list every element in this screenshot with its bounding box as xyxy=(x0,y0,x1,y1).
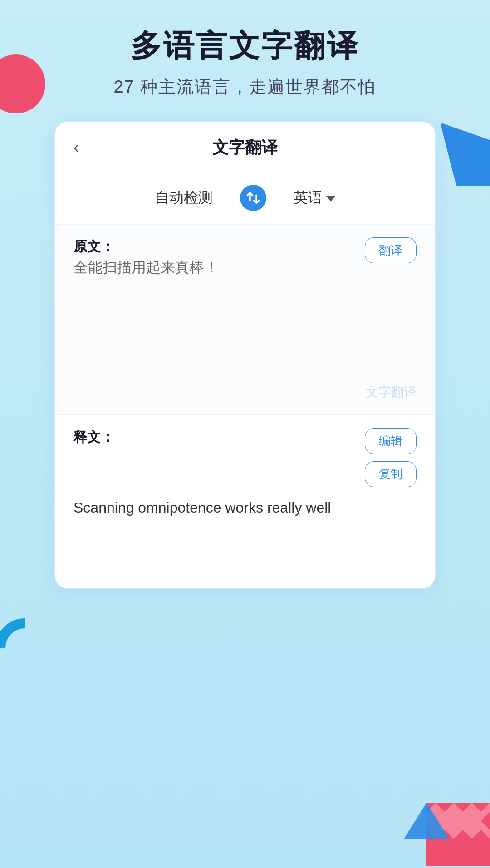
target-language-selector[interactable]: 英语 xyxy=(294,188,335,208)
translation-section: 释文： 编辑 复制 Scanning omnipotence works rea… xyxy=(55,415,435,588)
copy-button[interactable]: 复制 xyxy=(365,461,416,487)
source-language-label[interactable]: 自动检测 xyxy=(155,188,213,208)
edit-button[interactable]: 编辑 xyxy=(365,428,416,454)
deco-bottom-right xyxy=(390,766,490,868)
background: 多语言文字翻译 27 种主流语言，走遍世界都不怕 ‹ 文字翻译 自动检测 英语 … xyxy=(0,0,490,868)
source-section-label: 原文： xyxy=(74,239,114,254)
translation-text: Scanning omnipotence works really well xyxy=(74,496,337,519)
page-title: 多语言文字翻译 xyxy=(0,0,490,64)
language-row: 自动检测 英语 xyxy=(55,172,435,225)
page-subtitle: 27 种主流语言，走遍世界都不怕 xyxy=(0,75,490,99)
back-button[interactable]: ‹ xyxy=(74,138,79,157)
watermark-text: 文字翻译 xyxy=(366,384,416,401)
translate-button[interactable]: 翻译 xyxy=(365,237,416,263)
main-card: ‹ 文字翻译 自动检测 英语 原文： 翻译 全能扫描用起来真棒！ 文字翻译 xyxy=(54,121,436,589)
deco-blue-shape xyxy=(440,123,490,186)
swap-languages-button[interactable] xyxy=(240,185,266,211)
target-language-label: 英语 xyxy=(294,188,323,208)
translation-section-label: 释文： xyxy=(74,428,114,447)
translation-header-row: 释文： 编辑 复制 xyxy=(74,428,416,487)
card-header: ‹ 文字翻译 xyxy=(55,122,435,172)
swap-icon xyxy=(245,190,261,206)
card-title: 文字翻译 xyxy=(212,137,278,159)
translation-actions: 编辑 复制 xyxy=(365,428,416,487)
source-section: 原文： 翻译 全能扫描用起来真棒！ 文字翻译 xyxy=(55,225,435,415)
dropdown-arrow-icon xyxy=(326,196,335,202)
deco-blue-arc xyxy=(0,618,54,677)
source-text[interactable]: 全能扫描用起来真棒！ xyxy=(74,256,416,279)
